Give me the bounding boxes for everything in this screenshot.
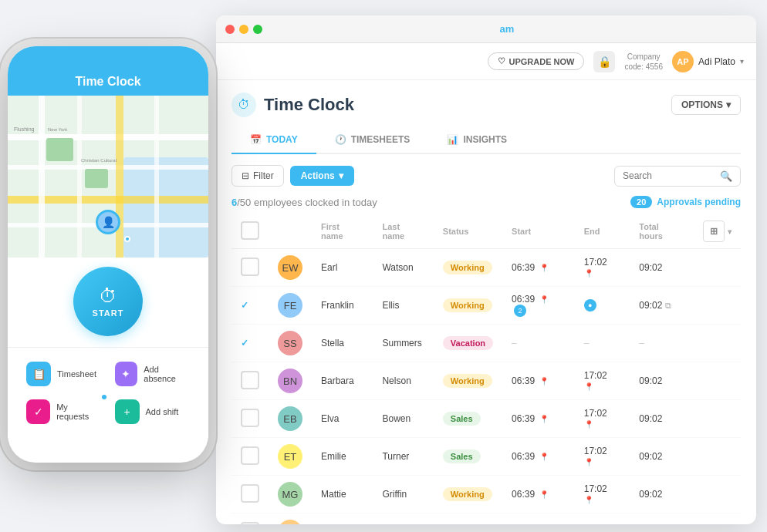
actions-button[interactable]: Actions ▾: [290, 166, 354, 186]
col-checkbox-header: [231, 214, 269, 249]
add-absence-icon: ✦: [115, 362, 138, 386]
search-input[interactable]: [623, 170, 715, 181]
phone-add-shift-btn[interactable]: + Add shift: [109, 393, 197, 430]
page-title: Time Clock: [264, 95, 354, 115]
row-lastname-5: Turner: [373, 438, 433, 476]
row-check-icon-2: ✓: [241, 338, 248, 348]
tab-timesheets[interactable]: 🕐 TIMESHEETS: [316, 126, 429, 153]
timesheet-icon: 📋: [26, 362, 51, 386]
titlebar-minimize-dot[interactable]: [239, 25, 248, 34]
row-select-4[interactable]: [241, 409, 259, 427]
notification-badge-1: 2: [514, 305, 526, 317]
company-label: Company: [624, 52, 663, 62]
row-status-4: Sales: [434, 400, 502, 438]
approvals-link[interactable]: Approvals pending: [657, 197, 741, 207]
table-row: EW Earl Watson Working 06:39 📍 17:02 📍 0…: [231, 249, 741, 287]
employee-avatar-1: FE: [278, 293, 302, 318]
row-start-1: 06:39 📍 2: [502, 287, 575, 325]
upgrade-label: UPGRADE NOW: [509, 57, 575, 66]
tabs-bar: 📅 TODAY 🕐 TIMESHEETS 📊 INSIGHTS: [231, 126, 741, 154]
table-view-chevron[interactable]: ▾: [728, 227, 732, 236]
table-row: MG Mattie Griffin Working 06:39 📍 17:02 …: [231, 476, 741, 513]
lock-icon[interactable]: 🔒: [593, 51, 615, 72]
add-shift-label: Add shift: [146, 407, 179, 416]
end-pin-icon-5: 📍: [584, 458, 593, 466]
employee-avatar-6: MG: [278, 482, 302, 507]
desktop-titlebar: am: [216, 15, 756, 43]
heart-icon: ♡: [498, 56, 505, 66]
svg-rect-9: [154, 96, 159, 258]
svg-rect-2: [8, 134, 208, 140]
phone-clock-section: ⏱ START: [8, 258, 208, 342]
user-menu-chevron[interactable]: ▾: [740, 57, 744, 66]
row-start-2: –: [502, 325, 575, 362]
titlebar-maximize-dot[interactable]: [253, 25, 262, 34]
svg-text:Christian Cultural: Christian Cultural: [81, 158, 117, 163]
row-select-0[interactable]: [241, 258, 259, 276]
employee-avatar-5: ET: [278, 444, 302, 469]
phone-timesheet-btn[interactable]: 📋 Timesheet: [20, 355, 108, 392]
tab-insights[interactable]: 📊 INSIGHTS: [428, 126, 525, 153]
desktop-app: am ♡ UPGRADE NOW 🔒 Company code: 4556 AP…: [216, 15, 756, 524]
row-actions-1: [694, 287, 741, 325]
employee-avatar-3: BN: [278, 369, 302, 393]
employee-avatar-7: TF: [278, 520, 302, 524]
row-select-3[interactable]: [241, 371, 259, 389]
select-all-checkbox[interactable]: [241, 221, 259, 240]
row-lastname-0: Watson: [373, 249, 433, 287]
end-pin-icon-4: 📍: [584, 420, 593, 429]
row-status-2: Vacation: [434, 325, 502, 362]
col-start-header: Start: [502, 214, 575, 249]
phone-my-requests-btn[interactable]: ✓ My requests: [20, 393, 108, 430]
clock-start-label: START: [93, 308, 124, 318]
row-checkbox-2: ✓: [231, 325, 269, 362]
tab-today[interactable]: 📅 TODAY: [231, 126, 316, 154]
approvals-badge[interactable]: 20 Approvals pending: [630, 196, 741, 208]
end-pin-icon-0: 📍: [584, 269, 593, 278]
status-badge-5: Sales: [443, 450, 481, 463]
row-actions-4: [694, 400, 741, 438]
phone-title-bar: Time Clock: [8, 68, 208, 96]
row-total-4: 09:02: [630, 400, 694, 438]
row-actions-3: [694, 362, 741, 400]
row-lastname-4: Bowen: [373, 400, 433, 438]
row-checkbox-1: ✓: [231, 287, 269, 325]
row-firstname-6: Mattie: [312, 476, 373, 513]
timesheets-tab-label: TIMESHEETS: [351, 134, 411, 145]
options-button[interactable]: OPTIONS ▾: [671, 95, 741, 115]
row-status-7: Vacation: [434, 513, 502, 525]
row-total-5: 09:02: [630, 438, 694, 476]
upgrade-button[interactable]: ♡ UPGRADE NOW: [488, 52, 585, 70]
row-end-3: 17:02 📍: [575, 362, 630, 400]
row-select-5[interactable]: [241, 446, 259, 465]
phone-frame: Time Clock: [8, 46, 208, 463]
table-grid-view-btn[interactable]: ⊞: [703, 221, 725, 242]
row-select-6[interactable]: [241, 484, 259, 503]
status-badge-1: Working: [443, 298, 492, 312]
map-background: Flushing New York Christian Cultural 👤: [8, 96, 208, 258]
options-label: OPTIONS: [681, 99, 723, 110]
start-pin-icon-4: 📍: [537, 415, 549, 423]
titlebar-close-dot[interactable]: [225, 25, 235, 34]
row-select-7[interactable]: [241, 522, 259, 525]
clock-start-button[interactable]: ⏱ START: [73, 267, 143, 336]
row-lastname-2: Summers: [373, 325, 433, 362]
row-avatar-0: EW: [269, 249, 312, 287]
today-tab-label: TODAY: [266, 134, 298, 145]
row-avatar-1: FE: [269, 287, 312, 325]
row-firstname-7: Tillie: [312, 513, 373, 525]
svg-rect-11: [85, 169, 108, 188]
row-actions-5: [694, 438, 741, 476]
employee-avatar-4: EB: [278, 406, 302, 431]
row-lastname-1: Ellis: [373, 287, 433, 325]
time-clock-icon: ⏱: [231, 93, 256, 117]
table-container: First name Last name Status Start End To…: [216, 214, 756, 524]
phone-actions-grid: 📋 Timesheet ✦ Add absence ✓ My requests …: [8, 347, 208, 438]
row-total-1: 09:02 ⧉: [630, 287, 694, 325]
start-pin-icon-3: 📍: [537, 377, 549, 386]
row-actions-0: [694, 249, 741, 287]
clock-timer-icon: ⏱: [99, 285, 117, 307]
search-icon: 🔍: [720, 170, 732, 182]
phone-add-absence-btn[interactable]: ✦ Add absence: [109, 355, 197, 392]
filter-button[interactable]: ⊟ Filter: [231, 165, 284, 187]
